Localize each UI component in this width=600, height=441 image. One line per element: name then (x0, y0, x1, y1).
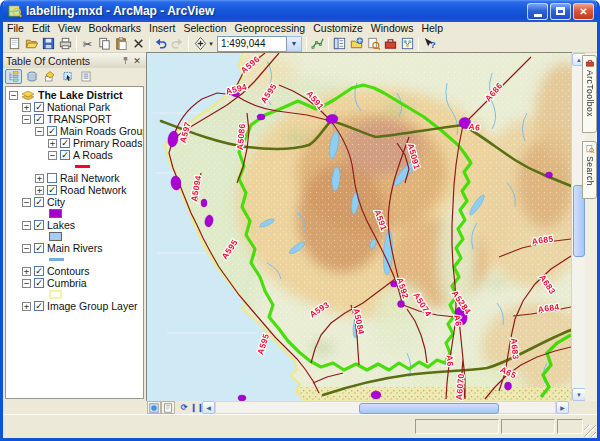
search-window-icon[interactable] (365, 35, 382, 52)
delete-icon[interactable] (130, 35, 147, 52)
open-folder-icon[interactable] (23, 35, 40, 52)
toc-window-icon[interactable] (331, 35, 348, 52)
layer-checkbox[interactable]: ✓ (34, 114, 44, 124)
modelbuilder-window-icon[interactable] (399, 35, 416, 52)
edit-sketch-icon[interactable] (309, 35, 326, 52)
collapse-icon[interactable]: − (48, 151, 57, 160)
layer-checkbox[interactable]: ✓ (34, 266, 44, 276)
layer-national-park[interactable]: +✓National Park (6, 101, 143, 113)
layer-symbol[interactable] (6, 161, 143, 172)
maximize-button[interactable] (550, 3, 571, 20)
layer-road-network[interactable]: +✓Road Network (6, 184, 143, 196)
menu-customize[interactable]: Customize (309, 22, 367, 35)
map-horizontal-scrollbar[interactable]: ⟳ ❙❙ ◀ ▶ (3, 401, 597, 414)
layer-symbol[interactable] (6, 254, 143, 265)
data-view-button[interactable] (147, 401, 161, 414)
menu-file[interactable]: File (3, 22, 28, 35)
title-bar[interactable]: labelling.mxd - ArcMap - ArcView ✕ (3, 0, 597, 22)
menu-bookmarks[interactable]: Bookmarks (85, 22, 146, 35)
map-view[interactable]: A596A594A595A591A686A6A597A5086A5091A509… (147, 53, 571, 401)
layer-checkbox[interactable]: ✓ (60, 150, 70, 160)
symbol-swatch[interactable] (75, 165, 90, 168)
collapse-icon[interactable]: − (22, 244, 31, 253)
redo-icon[interactable] (169, 35, 186, 52)
expand-icon[interactable]: + (35, 186, 44, 195)
options-button[interactable] (77, 69, 94, 84)
collapse-icon[interactable]: − (22, 115, 31, 124)
layout-view-button[interactable] (161, 401, 175, 414)
scroll-down-icon[interactable]: ▼ (572, 388, 586, 401)
layer-checkbox[interactable]: ✓ (34, 301, 44, 311)
collapse-icon[interactable]: − (22, 279, 31, 288)
list-by-selection-button[interactable] (59, 69, 76, 84)
collapse-icon[interactable]: − (9, 91, 18, 100)
save-icon[interactable] (40, 35, 57, 52)
toc-close-icon[interactable]: ✕ (131, 55, 143, 67)
layer-checkbox[interactable]: ✓ (34, 220, 44, 230)
expand-icon[interactable]: + (35, 174, 44, 183)
cut-icon[interactable]: ✂ (79, 35, 96, 52)
layer-cumbria[interactable]: −✓Cumbria (6, 277, 143, 289)
layer-checkbox[interactable]: ✓ (47, 185, 57, 195)
menu-selection[interactable]: Selection (179, 22, 230, 35)
layer-contours[interactable]: +✓Contours (6, 265, 143, 277)
layer-checkbox[interactable]: ✓ (34, 197, 44, 207)
paste-icon[interactable] (113, 35, 130, 52)
layer-transport[interactable]: −✓TRANSPORT (6, 113, 143, 125)
symbol-swatch[interactable] (49, 290, 62, 299)
symbol-swatch[interactable] (49, 209, 62, 218)
layer-symbol[interactable] (6, 289, 143, 300)
copy-icon[interactable] (96, 35, 113, 52)
undo-icon[interactable] (152, 35, 169, 52)
layer-image-group-layer[interactable]: +✓Image Group Layer (6, 300, 143, 312)
select-features-dropdown-icon[interactable]: ▾ (339, 438, 343, 441)
expand-icon[interactable]: + (22, 103, 31, 112)
add-data-icon[interactable]: ▾ (191, 35, 215, 52)
scroll-right-icon[interactable]: ▶ (556, 401, 569, 414)
tab-search[interactable]: Search (582, 141, 597, 199)
resize-grip[interactable] (584, 425, 596, 437)
layer-checkbox[interactable]: ✓ (60, 138, 70, 148)
layer-checkbox[interactable]: ✓ (34, 278, 44, 288)
pin-icon[interactable] (119, 55, 131, 67)
expand-icon[interactable]: + (22, 267, 31, 276)
horizontal-scroll-track[interactable] (215, 401, 556, 414)
scale-combo[interactable]: 1:499,044▼ (217, 36, 302, 52)
scroll-left-icon[interactable]: ◀ (202, 401, 215, 414)
layer-checkbox[interactable]: ✓ (34, 243, 44, 253)
layer-lakes[interactable]: −✓Lakes (6, 219, 143, 231)
new-document-icon[interactable] (6, 35, 23, 52)
scale-value-input[interactable]: 1:499,044 (217, 36, 287, 52)
layer-checkbox[interactable] (47, 173, 57, 183)
collapse-icon[interactable]: − (22, 221, 31, 230)
layer-symbol[interactable] (6, 208, 143, 219)
refresh-button[interactable]: ⟳ (178, 401, 190, 414)
expand-icon[interactable]: + (48, 139, 57, 148)
print-icon[interactable] (57, 35, 74, 52)
scale-dropdown-icon[interactable]: ▼ (287, 36, 302, 52)
layer-rail-network[interactable]: +Rail Network (6, 172, 143, 184)
menu-windows[interactable]: Windows (367, 22, 418, 35)
layer-the-lake-district[interactable]: −The Lake District (6, 89, 143, 101)
layer-main-rivers[interactable]: −✓Main Rivers (6, 242, 143, 254)
menu-help[interactable]: Help (417, 22, 447, 35)
symbol-swatch[interactable] (49, 258, 64, 261)
layer-city[interactable]: −✓City (6, 196, 143, 208)
minimize-button[interactable] (527, 3, 548, 20)
arctoolbox-window-icon[interactable] (382, 35, 399, 52)
menu-edit[interactable]: Edit (28, 22, 54, 35)
catalog-window-icon[interactable] (348, 35, 365, 52)
expand-icon[interactable]: + (22, 302, 31, 311)
add-data-dropdown-icon[interactable]: ▾ (209, 40, 213, 48)
layer-symbol[interactable] (6, 231, 143, 242)
symbol-swatch[interactable] (49, 232, 62, 241)
menu-geoprocessing[interactable]: Geoprocessing (231, 22, 310, 35)
layer-a-roads[interactable]: −✓A Roads (6, 149, 143, 161)
layer-checkbox[interactable]: ✓ (34, 102, 44, 112)
menu-view[interactable]: View (54, 22, 85, 35)
layer-main-roads-group[interactable]: −✓Main Roads Group (6, 125, 143, 137)
list-by-source-button[interactable] (23, 69, 40, 84)
horizontal-scroll-thumb[interactable] (359, 403, 499, 414)
layer-checkbox[interactable]: ✓ (47, 126, 57, 136)
close-button[interactable]: ✕ (573, 3, 594, 20)
